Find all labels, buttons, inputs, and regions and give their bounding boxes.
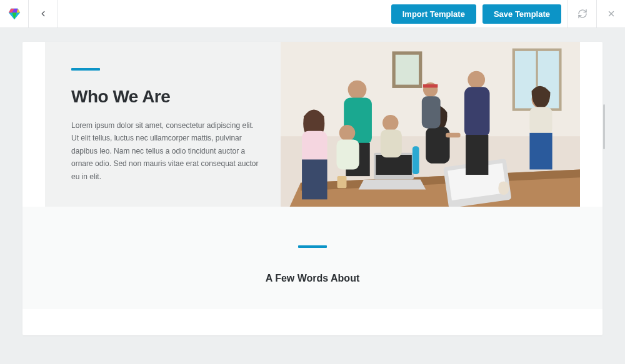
close-button[interactable] <box>596 0 625 28</box>
accent-bar <box>298 245 327 248</box>
svg-rect-34 <box>421 96 440 128</box>
accent-bar <box>71 68 100 71</box>
svg-rect-25 <box>380 130 401 158</box>
back-button[interactable] <box>29 0 58 28</box>
import-template-button[interactable]: Import Template <box>391 4 476 24</box>
svg-point-16 <box>348 81 366 99</box>
svg-rect-36 <box>529 107 552 135</box>
app-logo[interactable] <box>0 0 29 28</box>
svg-rect-10 <box>376 155 412 175</box>
svg-rect-27 <box>426 127 449 164</box>
hero-title[interactable]: Who We Are <box>71 87 262 107</box>
svg-rect-6 <box>394 53 421 86</box>
refresh-button[interactable] <box>568 0 596 28</box>
svg-point-22 <box>339 125 355 141</box>
svg-rect-14 <box>412 146 419 174</box>
svg-rect-30 <box>464 87 489 137</box>
hero-body-text[interactable]: Lorem ipsum dolor sit amet, consectetur … <box>71 119 262 183</box>
page-canvas[interactable]: Who We Are Lorem ipsum dolor sit amet, c… <box>22 42 602 335</box>
svg-rect-28 <box>446 133 460 137</box>
save-template-button[interactable]: Save Template <box>482 4 561 24</box>
logo-icon <box>8 7 21 21</box>
svg-rect-31 <box>466 135 488 175</box>
svg-point-29 <box>468 71 485 89</box>
topbar: Import Template Save Template <box>0 0 625 28</box>
svg-point-24 <box>382 115 399 131</box>
hero-image <box>281 42 580 207</box>
hero-text-column: Who We Are Lorem ipsum dolor sit amet, c… <box>45 42 281 207</box>
refresh-icon <box>578 9 588 19</box>
hero-section[interactable]: Who We Are Lorem ipsum dolor sit amet, c… <box>45 42 580 207</box>
editor-canvas-area: Who We Are Lorem ipsum dolor sit amet, c… <box>0 28 625 364</box>
svg-rect-15 <box>337 176 346 188</box>
chevron-left-icon <box>39 9 48 18</box>
svg-rect-33 <box>423 84 438 87</box>
about-section-title[interactable]: A Few Words About <box>22 273 602 284</box>
scrollbar-thumb[interactable] <box>603 104 605 149</box>
svg-rect-23 <box>336 140 359 170</box>
hero-image-column[interactable] <box>281 42 580 207</box>
svg-rect-37 <box>529 133 552 170</box>
about-section[interactable]: A Few Words About <box>22 207 602 309</box>
svg-marker-11 <box>358 179 426 189</box>
svg-rect-20 <box>302 131 327 164</box>
close-icon <box>607 9 616 18</box>
svg-rect-21 <box>302 159 327 199</box>
